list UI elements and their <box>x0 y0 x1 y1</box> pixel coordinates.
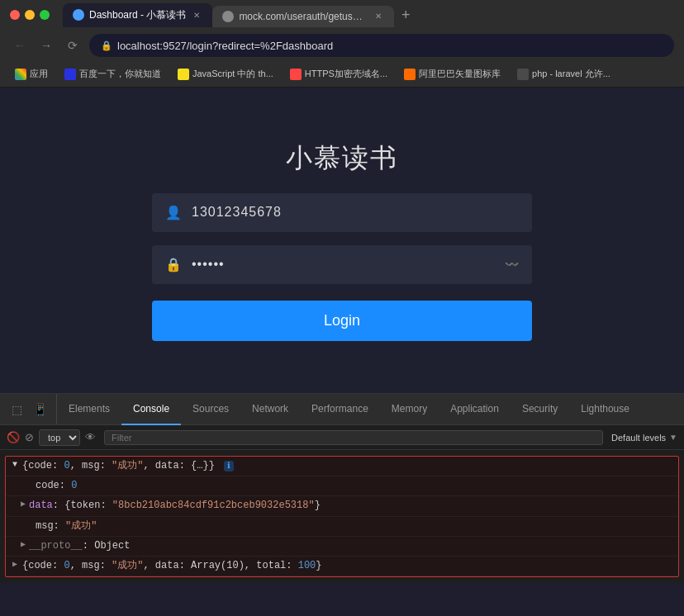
js-icon <box>178 69 189 80</box>
username-value: 13012345678 <box>192 205 519 220</box>
eye-icon[interactable]: 👁 <box>85 431 96 443</box>
input-group: 👤 13012345678 🔒 •••••• 〰️ <box>152 193 532 284</box>
user-icon: 👤 <box>165 205 182 220</box>
tab-performance[interactable]: Performance <box>300 394 380 425</box>
tab-close-dashboard[interactable]: ✕ <box>191 9 202 21</box>
new-tab-button[interactable]: + <box>394 4 417 27</box>
tab-lighthouse[interactable]: Lighthouse <box>569 394 641 425</box>
address-input[interactable]: 🔒 localhost:9527/login?redirect=%2Fdashb… <box>89 34 674 57</box>
tabs-bar: Dashboard - 小慕读书 ✕ mock.com/userauth/get… <box>63 3 674 27</box>
alibaba-icon <box>404 69 416 80</box>
lock-icon: 🔒 <box>101 40 112 51</box>
https-icon <box>290 69 302 80</box>
devtools-secondary-bar: 🚫 ⊘ top 👁 Default levels ▼ <box>0 425 684 450</box>
tab-memory[interactable]: Memory <box>380 394 439 425</box>
console-highlighted-block: ▼ {code: 0, msg: "成功", data: {…}} ℹ code… <box>5 456 679 577</box>
username-field[interactable]: 👤 13012345678 <box>152 193 532 232</box>
toggle-password-icon[interactable]: 〰️ <box>505 258 519 271</box>
forward-button[interactable]: → <box>36 36 56 55</box>
console-line-3: ▶ data: {token: "8bcb210abc84cdf91c2bceb… <box>6 496 678 516</box>
bookmark-sf[interactable]: php - laravel 允许... <box>512 66 615 82</box>
expand-arrow-1[interactable]: ▼ <box>12 458 17 471</box>
bookmark-sf-label: php - laravel 允许... <box>532 68 610 80</box>
console-line-5: ▶ __proto__: Object <box>6 537 678 557</box>
bookmark-js-label: JavaScript 中的 th... <box>192 68 273 80</box>
console-info-badge: ℹ <box>224 461 234 471</box>
levels-chevron-icon: ▼ <box>669 433 677 442</box>
traffic-lights <box>10 10 50 20</box>
devtools-toolbar: ⬚ 📱 Elements Console Sources Network Per… <box>0 394 684 425</box>
devtools-toolbar-icons: ⬚ 📱 <box>0 394 57 424</box>
browser-chrome: Dashboard - 小慕读书 ✕ mock.com/userauth/get… <box>0 0 684 88</box>
clear-console-icon[interactable]: 🚫 <box>7 431 20 443</box>
apps-icon <box>15 69 26 80</box>
filter-icon[interactable]: ⊘ <box>25 431 34 443</box>
tab-network[interactable]: Network <box>240 394 300 425</box>
lock-field-icon: 🔒 <box>165 257 182 272</box>
bookmark-baidu[interactable]: 百度一下，你就知道 <box>59 66 166 82</box>
bookmark-apps[interactable]: 应用 <box>10 66 53 82</box>
bookmark-alibaba-label: 阿里巴巴矢量图标库 <box>419 68 501 80</box>
expand-arrow-5[interactable]: ▶ <box>21 538 26 552</box>
tab-dashboard[interactable]: Dashboard - 小慕读书 ✕ <box>63 3 212 27</box>
maximize-button[interactable] <box>40 10 50 20</box>
sf-icon <box>517 69 529 80</box>
inspect-element-button[interactable]: ⬚ <box>7 400 26 419</box>
app-title: 小慕读书 <box>286 140 398 177</box>
console-line-2: code: 0 <box>6 476 678 496</box>
console-output: ▼ {code: 0, msg: "成功", data: {…}} ℹ code… <box>0 450 684 583</box>
password-field[interactable]: 🔒 •••••• 〰️ <box>152 245 532 284</box>
console-filter-input[interactable] <box>104 430 603 445</box>
baidu-icon <box>64 69 76 80</box>
minimize-button[interactable] <box>25 10 35 20</box>
default-levels-selector[interactable]: Default levels ▼ <box>611 433 677 443</box>
bookmark-alibaba[interactable]: 阿里巴巴矢量图标库 <box>399 66 506 82</box>
tab-favicon-dashboard <box>73 9 84 21</box>
tab-close-mock[interactable]: ✕ <box>373 11 384 22</box>
tab-application[interactable]: Application <box>439 394 511 425</box>
address-bar: ← → ⟳ 🔒 localhost:9527/login?redirect=%2… <box>0 30 684 61</box>
tab-sources[interactable]: Sources <box>181 394 240 425</box>
tab-favicon-mock <box>222 11 234 22</box>
tab-title-mock: mock.com/userauth/getuserinf... <box>239 11 368 22</box>
context-selector[interactable]: top <box>39 429 80 446</box>
main-content: 小慕读书 👤 13012345678 🔒 •••••• 〰️ Login <box>0 88 684 393</box>
bookmark-https[interactable]: HTTPS加密壳域名... <box>285 66 392 82</box>
login-button[interactable]: Login <box>152 301 532 341</box>
device-toolbar-button[interactable]: 📱 <box>30 400 50 419</box>
bookmark-apps-label: 应用 <box>30 68 48 80</box>
console-line-6: ▶ {code: 0, msg: "成功", data: Array(10), … <box>6 557 678 576</box>
expand-arrow-6[interactable]: ▶ <box>12 558 17 571</box>
devtools-panel: ⬚ 📱 Elements Console Sources Network Per… <box>0 393 684 583</box>
console-line-1: ▼ {code: 0, msg: "成功", data: {…}} ℹ <box>6 457 678 476</box>
title-bar: Dashboard - 小慕读书 ✕ mock.com/userauth/get… <box>0 0 684 30</box>
devtools-tabs: Elements Console Sources Network Perform… <box>57 394 684 425</box>
close-button[interactable] <box>10 10 20 20</box>
tab-title-dashboard: Dashboard - 小慕读书 <box>89 8 186 22</box>
tab-console[interactable]: Console <box>121 394 181 425</box>
reload-button[interactable]: ⟳ <box>63 36 83 55</box>
tab-security[interactable]: Security <box>511 394 569 425</box>
tab-mock[interactable]: mock.com/userauth/getuserinf... ✕ <box>212 6 394 27</box>
console-line-4: msg: "成功" <box>6 517 678 537</box>
bookmark-https-label: HTTPS加密壳域名... <box>305 68 387 80</box>
address-text: localhost:9527/login?redirect=%2Fdashboa… <box>117 40 333 52</box>
bookmark-baidu-label: 百度一下，你就知道 <box>79 68 161 80</box>
back-button[interactable]: ← <box>10 36 30 55</box>
password-value: •••••• <box>192 257 495 272</box>
tab-elements[interactable]: Elements <box>57 394 121 425</box>
bookmark-js[interactable]: JavaScript 中的 th... <box>173 66 278 82</box>
expand-arrow-3[interactable]: ▶ <box>21 498 26 511</box>
bookmarks-bar: 应用 百度一下，你就知道 JavaScript 中的 th... HTTPS加密… <box>0 61 684 88</box>
